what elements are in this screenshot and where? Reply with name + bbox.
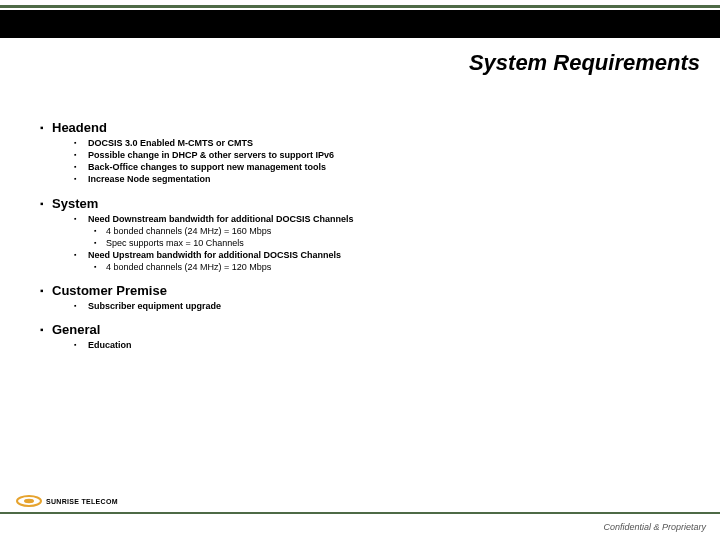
list-item: Education [88, 339, 680, 351]
section-general-heading: General [40, 322, 680, 337]
company-logo: SUNRISE TELECOM [16, 494, 118, 508]
svg-point-1 [24, 499, 34, 503]
list-item: Back-Office changes to support new manag… [88, 161, 680, 173]
list-subitem: 4 bonded channels (24 MHz) = 120 Mbps [106, 261, 680, 273]
list-subitem: Spec supports max = 10 Channels [106, 237, 680, 249]
list-item: Increase Node segmentation [88, 173, 680, 185]
sunrise-logo-icon [16, 494, 42, 508]
section-customer-heading: Customer Premise [40, 283, 680, 298]
section-headend-list: DOCSIS 3.0 Enabled M-CMTS or CMTS Possib… [40, 137, 680, 186]
section-system-list: Need Downstream bandwidth for additional… [40, 213, 680, 274]
company-logo-text: SUNRISE TELECOM [46, 498, 118, 505]
list-subitem: 4 bonded channels (24 MHz) = 160 Mbps [106, 225, 680, 237]
list-item: Possible change in DHCP & other servers … [88, 149, 680, 161]
list-item: Subscriber equipment upgrade [88, 300, 680, 312]
section-system-heading: System [40, 196, 680, 211]
footer-confidential-text: Confidential & Proprietary [603, 522, 706, 532]
list-item: DOCSIS 3.0 Enabled M-CMTS or CMTS [88, 137, 680, 149]
list-item: Need Upstream bandwidth for additional D… [88, 249, 680, 261]
section-customer-list: Subscriber equipment upgrade [40, 300, 680, 312]
slide-content: Headend DOCSIS 3.0 Enabled M-CMTS or CMT… [40, 110, 680, 356]
footer-accent-line [0, 512, 720, 514]
list-item: Need Downstream bandwidth for additional… [88, 213, 680, 225]
section-general-list: Education [40, 339, 680, 351]
page-title: System Requirements [469, 50, 700, 76]
top-accent-stripe [0, 5, 720, 8]
header-black-band [0, 10, 720, 38]
section-headend-heading: Headend [40, 120, 680, 135]
